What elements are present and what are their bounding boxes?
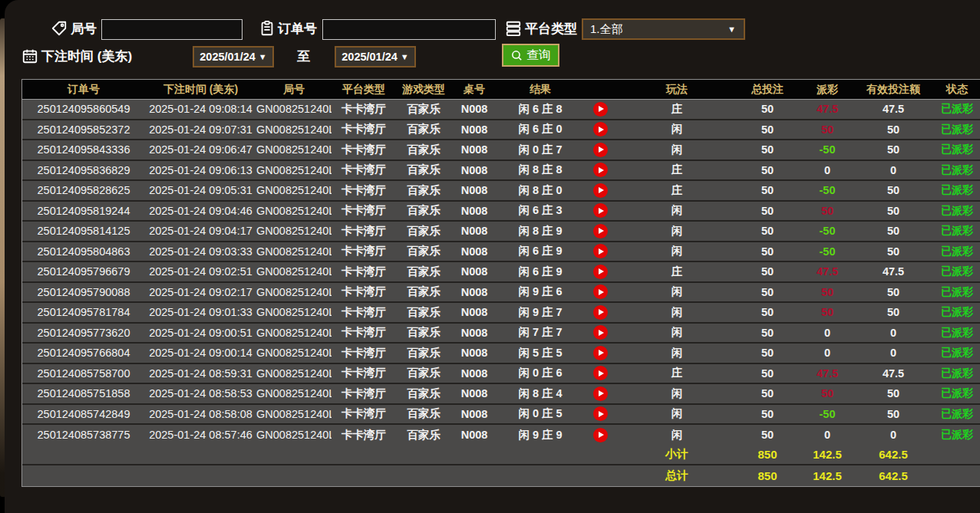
date-from-picker[interactable]: 2025/01/24 ▼ — [193, 46, 274, 67]
side-cell: 闲 — [617, 242, 737, 263]
play-icon[interactable] — [593, 265, 608, 279]
platform-cell: 卡卡湾厅 — [332, 140, 396, 161]
payout-cell: 0 — [798, 161, 856, 182]
game-type-cell: 百家乐 — [396, 140, 451, 161]
side-cell: 庄 — [617, 100, 737, 120]
play-icon[interactable] — [593, 224, 608, 238]
valid-bet-cell: 50 — [856, 384, 930, 405]
side-cell: 闲 — [617, 283, 737, 304]
filter-bar: 局号 订单号 平台类型 1.全部 ▼ 下注时间 (美东) — [5, 0, 980, 77]
bet-time-cell: 2025-01-24 09:00:51 — [145, 324, 256, 344]
order-cell: 250124095781784 — [22, 303, 145, 324]
table-no-cell: N008 — [451, 100, 497, 120]
result-cell: 闲 8 庄 0 — [497, 181, 583, 202]
result-cell: 闲 8 庄 9 — [497, 222, 583, 242]
table-row: 2501240857428492025-01-24 08:58:08GN0082… — [22, 405, 980, 426]
result-cell: 闲 0 庄 6 — [497, 364, 583, 385]
total-bet-cell: 50 — [737, 100, 798, 120]
status-cell: 已派彩 — [930, 161, 980, 182]
calendar-icon — [21, 48, 38, 64]
game-type-cell: 百家乐 — [396, 120, 451, 141]
table-no-cell: N008 — [451, 344, 497, 364]
round-cell: GN008251240LU — [256, 120, 332, 141]
play-icon[interactable] — [593, 244, 608, 258]
play-icon[interactable] — [593, 346, 608, 360]
play-icon[interactable] — [593, 366, 608, 380]
side-cell: 闲 — [617, 425, 737, 446]
play-icon[interactable] — [593, 284, 608, 299]
result-cell: 闲 9 庄 9 — [497, 425, 583, 446]
table-row: 2501240958605492025-01-24 09:08:14GN0082… — [22, 100, 980, 120]
round-cell: GN008251240LP — [256, 222, 332, 242]
table-no-cell: N008 — [451, 161, 497, 182]
platform-cell: 卡卡湾厅 — [332, 161, 396, 182]
bet-time-cell: 2025-01-24 09:00:14 — [145, 344, 256, 364]
play-icon[interactable] — [593, 305, 608, 320]
order-no-input[interactable] — [322, 19, 496, 40]
play-icon[interactable] — [593, 183, 608, 198]
server-icon — [505, 20, 522, 37]
round-cell: GN008251240LN — [256, 262, 332, 283]
table-row: 2501240958048632025-01-24 09:03:33GN0082… — [22, 242, 980, 263]
game-type-cell: 百家乐 — [396, 324, 451, 344]
valid-bet-cell: 50 — [856, 242, 930, 263]
table-header: 订单号 下注时间 (美东) 局号 平台类型 游戏类型 桌号 结果 玩法 总投注 … — [22, 80, 980, 100]
platform-type-select[interactable]: 1.全部 ▼ — [582, 18, 745, 40]
payout-cell: -50 — [798, 140, 856, 161]
play-cell — [583, 140, 617, 161]
play-cell — [583, 100, 617, 120]
date-to-picker[interactable]: 2025/01/24 ▼ — [335, 46, 416, 67]
date-to-value: 2025/01/24 — [342, 51, 398, 63]
platform-cell: 卡卡湾厅 — [332, 364, 396, 385]
order-cell: 250124085751858 — [22, 384, 145, 405]
game-type-cell: 百家乐 — [396, 405, 451, 426]
round-cell: GN008251240LT — [256, 140, 332, 161]
play-icon[interactable] — [593, 386, 608, 401]
round-cell: GN008251240LM — [256, 283, 332, 304]
table-no-cell: N008 — [451, 324, 497, 344]
play-cell — [583, 181, 617, 202]
platform-cell: 卡卡湾厅 — [332, 242, 396, 263]
table-no-cell: N008 — [451, 140, 497, 161]
order-cell: 250124085738775 — [22, 425, 145, 446]
order-cell: 250124095819244 — [22, 202, 145, 222]
play-icon[interactable] — [593, 428, 608, 442]
play-icon[interactable] — [593, 406, 608, 421]
subtotal-total-bet: 850 — [737, 446, 798, 466]
status-cell: 已派彩 — [930, 405, 980, 426]
play-icon[interactable] — [593, 203, 608, 218]
search-button-label: 查询 — [526, 48, 551, 64]
round-no-input[interactable] — [101, 19, 243, 40]
play-icon[interactable] — [593, 163, 608, 177]
platform-cell: 卡卡湾厅 — [332, 283, 396, 304]
grand-total-label: 总计 — [617, 465, 737, 486]
play-icon[interactable] — [593, 122, 608, 136]
status-cell: 已派彩 — [930, 202, 980, 222]
col-payout: 派彩 — [798, 80, 856, 100]
bet-time-cell: 2025-01-24 09:06:47 — [145, 140, 256, 161]
valid-bet-cell: 47.5 — [856, 364, 930, 385]
status-cell: 已派彩 — [930, 262, 980, 283]
table-row: 2501240857518582025-01-24 08:58:53GN0082… — [22, 384, 980, 405]
round-cell: GN008251240LV — [256, 100, 332, 120]
result-cell: 闲 6 庄 0 — [497, 120, 583, 141]
search-button[interactable]: 查询 — [502, 44, 559, 67]
play-icon[interactable] — [593, 102, 608, 117]
valid-bet-cell: 50 — [856, 222, 930, 242]
side-cell: 闲 — [617, 384, 737, 405]
table-row: 2501240957736202025-01-24 09:00:51GN0082… — [22, 324, 980, 344]
payout-cell: 47.5 — [798, 262, 856, 283]
clipboard-icon — [259, 20, 276, 37]
play-icon[interactable] — [593, 325, 608, 340]
table-row: 2501240958286252025-01-24 09:05:31GN0082… — [22, 181, 980, 202]
col-replay — [583, 80, 617, 100]
bet-time-label: 下注时间 (美东) — [41, 46, 132, 67]
platform-cell: 卡卡湾厅 — [332, 222, 396, 242]
result-cell: 闲 7 庄 7 — [497, 324, 583, 344]
platform-cell: 卡卡湾厅 — [332, 405, 396, 426]
bet-time-cell: 2025-01-24 09:02:17 — [145, 283, 256, 304]
round-cell: GN008251240LK — [256, 324, 332, 344]
total-bet-cell: 50 — [737, 140, 798, 161]
bet-records-table: 订单号 下注时间 (美东) 局号 平台类型 游戏类型 桌号 结果 玩法 总投注 … — [21, 79, 980, 487]
play-icon[interactable] — [593, 143, 608, 157]
